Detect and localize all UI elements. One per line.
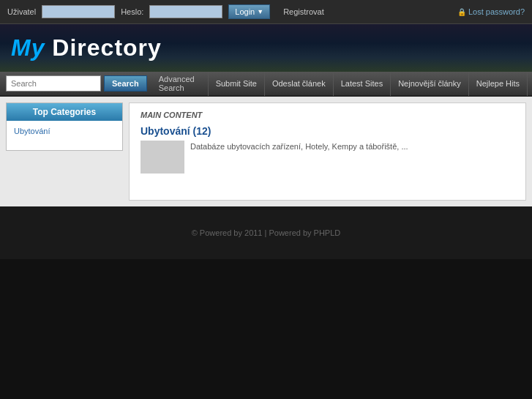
bottom-dark-area (0, 259, 532, 347)
password-input[interactable] (149, 5, 222, 18)
top-categories-box: Top Categories Ubytování (6, 102, 123, 151)
lost-password-link[interactable]: Lost password? (457, 7, 525, 16)
login-arrow-icon: ▼ (257, 8, 263, 15)
nav-submit-site[interactable]: Submit Site (208, 71, 264, 96)
main-content: MAIN CONTENT Ubytování (12) Databáze uby… (129, 102, 526, 201)
top-categories-header: Top Categories (7, 103, 122, 121)
nav-nejlepe-hits[interactable]: Nejlepe Hits (468, 71, 527, 96)
title-directory: Directory (45, 34, 161, 61)
heslo-label: Heslo: (121, 7, 143, 16)
footer-text: © Powered by 2011 | Powered by PHPLD (192, 228, 341, 237)
search-button[interactable]: Search (104, 75, 147, 92)
username-input[interactable] (42, 5, 115, 18)
login-bar: Uživatel Heslo: Login ▼ Registrovat Lost… (0, 0, 532, 24)
nav-latest-sites[interactable]: Latest Sites (333, 71, 390, 96)
footer: © Powered by 2011 | Powered by PHPLD (0, 206, 532, 259)
search-input[interactable] (6, 75, 101, 92)
navbar: Search Advanced Search Submit Site Odesl… (0, 72, 532, 97)
nav-kontakt[interactable]: Kontakt (527, 71, 532, 96)
nav-odeslat-clanek[interactable]: Odeslat článek (264, 71, 333, 96)
sidebar: Top Categories Ubytování (6, 102, 123, 201)
login-button[interactable]: Login ▼ (228, 4, 270, 19)
main-area: Top Categories Ubytování MAIN CONTENT Ub… (0, 97, 532, 206)
ubytovani-text: Databáze ubytovacích zařízení, Hotely, K… (190, 141, 408, 174)
category-ubytovani[interactable]: Ubytování (14, 125, 115, 137)
site-header: My Directory (0, 24, 532, 72)
nav-nejnovejsi-clanky[interactable]: Nejnovější články (390, 71, 468, 96)
nav-links: Submit Site Odeslat článek Latest Sites … (208, 72, 532, 95)
advanced-search-link[interactable]: Advanced Search (153, 75, 201, 92)
uzivatel-label: Uživatel (7, 7, 36, 16)
categories-list: Ubytování (7, 121, 122, 150)
ubytovani-title: Ubytování (12) (141, 125, 514, 137)
ubytovani-image (141, 141, 184, 174)
registrovat-link[interactable]: Registrovat (283, 7, 324, 16)
ubytovani-desc: Databáze ubytovacích zařízení, Hotely, K… (141, 141, 514, 174)
site-title: My Directory (11, 34, 162, 61)
main-content-label: MAIN CONTENT (141, 111, 514, 119)
search-form: Search (0, 75, 153, 92)
title-my: My (11, 34, 45, 61)
